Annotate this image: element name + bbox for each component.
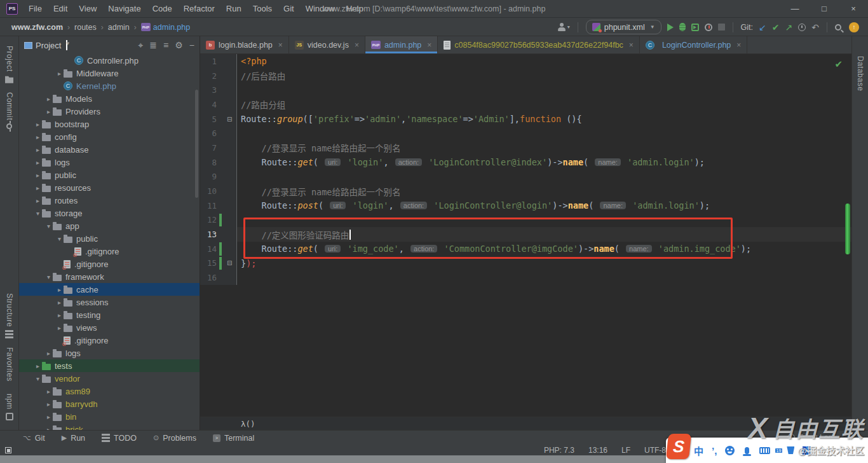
breadcrumb-item[interactable]: admin bbox=[108, 23, 130, 32]
expand-all-icon[interactable]: ≣ bbox=[149, 40, 157, 50]
editor-tab-c0854f8ac99027b56d5933eab437d26e22f94fbc[interactable]: c0854f8ac99027b56d5933eab437d26e22f94fbc… bbox=[438, 36, 640, 53]
hide-panel-icon[interactable]: − bbox=[189, 40, 194, 50]
code-line-text[interactable]: //定义图形验证码路由 bbox=[237, 227, 851, 242]
tree-row-vendor[interactable]: ▾vendor bbox=[19, 372, 200, 385]
chevron-down-icon[interactable]: ▾ bbox=[55, 235, 64, 242]
close-icon[interactable]: × bbox=[355, 41, 359, 50]
line-number[interactable]: 16 bbox=[200, 273, 217, 282]
tree-row-bootstrap[interactable]: ▸bootstrap bbox=[19, 118, 200, 130]
run-configuration-select[interactable]: phpunit.xml ▼ bbox=[586, 20, 661, 34]
tool-window-switcher-icon[interactable] bbox=[5, 447, 11, 453]
tree-row-sessions[interactable]: ▸sessions bbox=[19, 296, 200, 308]
line-number[interactable]: 13 bbox=[200, 230, 217, 239]
profiler-button[interactable] bbox=[705, 24, 712, 31]
code-line-text[interactable] bbox=[237, 270, 851, 285]
run-button[interactable] bbox=[667, 24, 674, 31]
close-icon[interactable]: × bbox=[278, 41, 283, 50]
gutter-line[interactable]: 13 bbox=[200, 227, 237, 242]
editor-breadcrumb[interactable]: λ() bbox=[241, 419, 255, 429]
editor-tab-login.blade.php[interactable]: blogin.blade.php× bbox=[200, 36, 289, 53]
menu-item-navigate[interactable]: Navigate bbox=[102, 1, 146, 16]
ime-punctuation-toggle[interactable]: ’, bbox=[712, 445, 717, 456]
chevron-right-icon[interactable]: ▸ bbox=[34, 184, 42, 191]
tree-row-public[interactable]: ▾public bbox=[19, 232, 200, 245]
gutter-line[interactable]: 6 bbox=[200, 126, 237, 141]
code-line-text[interactable]: Route::get( uri: 'img_code', action: 'Co… bbox=[237, 242, 851, 256]
line-number[interactable]: 5 bbox=[200, 114, 217, 124]
tree-row-bin[interactable]: ▸bin bbox=[19, 410, 200, 423]
code-line-text[interactable]: <?php bbox=[237, 54, 851, 69]
gutter-line[interactable]: 7 bbox=[200, 141, 237, 155]
close-icon[interactable]: × bbox=[629, 41, 634, 50]
line-number[interactable]: 12 bbox=[200, 215, 217, 225]
tree-row-cache[interactable]: ▸cache bbox=[19, 283, 200, 296]
minimize-button[interactable]: — bbox=[780, 0, 810, 18]
chevron-down-icon[interactable]: ▾ bbox=[44, 223, 53, 230]
code-line-text[interactable]: }); bbox=[237, 256, 851, 271]
code-line-text[interactable]: //登录显示 name给路由起一个别名 bbox=[237, 184, 851, 198]
settings-gear-icon[interactable]: ⚙ bbox=[175, 40, 183, 50]
tool-window-button-problems[interactable]: ⊙Problems bbox=[153, 434, 196, 443]
gutter-line[interactable]: 1 bbox=[200, 54, 237, 69]
chevron-right-icon[interactable]: ▸ bbox=[44, 413, 53, 420]
breadcrumb-file[interactable]: admin.php bbox=[153, 23, 190, 32]
code-line-text[interactable]: Route::group(['prefix'=>'admin','namespa… bbox=[237, 112, 851, 127]
menu-item-refactor[interactable]: Refactor bbox=[178, 1, 220, 16]
gutter-line[interactable]: 3 bbox=[200, 83, 237, 97]
line-ending-widget[interactable]: LF bbox=[621, 446, 630, 455]
tree-row-asm89[interactable]: ▸asm89 bbox=[19, 385, 200, 397]
tree-row-gitignore[interactable]: .gitignore bbox=[19, 245, 200, 258]
tool-window-button-todo[interactable]: TODO bbox=[102, 434, 137, 443]
line-number[interactable]: 1 bbox=[200, 57, 217, 66]
debug-button[interactable] bbox=[679, 23, 686, 31]
gutter-line[interactable]: 10 bbox=[200, 184, 237, 198]
chevron-right-icon[interactable]: ▸ bbox=[44, 108, 53, 115]
tool-stripe-button-npm[interactable]: npm bbox=[5, 389, 14, 425]
code-line-text[interactable]: //后台路由 bbox=[237, 69, 851, 83]
gutter-line[interactable]: 16 bbox=[200, 270, 237, 285]
history-button[interactable] bbox=[798, 24, 806, 31]
close-icon[interactable]: × bbox=[427, 41, 431, 50]
gutter-line[interactable]: 2 bbox=[200, 69, 237, 83]
chevron-right-icon[interactable]: ▸ bbox=[34, 197, 42, 204]
close-icon[interactable]: × bbox=[736, 41, 741, 50]
coverage-button[interactable] bbox=[691, 24, 699, 31]
chevron-right-icon[interactable]: ▸ bbox=[55, 324, 64, 331]
emoji-icon[interactable] bbox=[725, 446, 735, 455]
close-button[interactable]: × bbox=[839, 0, 868, 18]
code-editor[interactable]: 1<?php2//后台路由34//路由分组5⊟Route::group(['pr… bbox=[200, 54, 851, 417]
code-line-text[interactable]: //路由分组 bbox=[237, 97, 851, 112]
search-everywhere-button[interactable] bbox=[835, 24, 841, 31]
inspection-ok-icon[interactable]: ✔ bbox=[834, 59, 843, 70]
code-line-text[interactable] bbox=[237, 126, 851, 141]
ime-mode-toggle[interactable]: 中 bbox=[694, 444, 703, 457]
tool-stripe-button-database[interactable]: Database bbox=[856, 40, 865, 95]
sogou-logo-icon[interactable]: S bbox=[666, 434, 691, 459]
chevron-down-icon[interactable]: ▾ bbox=[44, 273, 53, 280]
line-number[interactable]: 14 bbox=[200, 244, 217, 254]
tree-row-storage[interactable]: ▾storage bbox=[19, 207, 200, 219]
line-number[interactable]: 15 bbox=[200, 258, 217, 268]
editor-tab-admin.php[interactable]: PHPadmin.php× bbox=[365, 36, 438, 53]
code-line-text[interactable]: Route::get( uri: 'login', action: 'Login… bbox=[237, 155, 851, 170]
tree-row-Kernel.php[interactable]: CKernel.php bbox=[19, 79, 200, 92]
menu-item-edit[interactable]: Edit bbox=[48, 1, 73, 16]
tool-stripe-button-project[interactable]: Project bbox=[5, 41, 14, 88]
ide-update-badge[interactable]: ↑ bbox=[849, 22, 859, 32]
menu-item-file[interactable]: File bbox=[23, 1, 48, 16]
maximize-button[interactable]: □ bbox=[810, 0, 839, 18]
git-commit-button[interactable]: ✔ bbox=[772, 23, 780, 32]
tool-window-button-run[interactable]: ▶Run bbox=[62, 434, 85, 443]
menu-item-tools[interactable]: Tools bbox=[247, 1, 278, 16]
tool-window-button-terminal[interactable]: >Terminal bbox=[213, 434, 254, 443]
tree-row-barryvdh[interactable]: ▸barryvdh bbox=[19, 397, 200, 410]
locate-icon[interactable]: ⌖ bbox=[138, 40, 143, 51]
code-line-text[interactable]: Route::post( uri: 'login', action: 'Logi… bbox=[237, 198, 851, 213]
line-number[interactable]: 2 bbox=[200, 71, 217, 81]
profile-button[interactable]: ▾ bbox=[557, 23, 570, 32]
tree-row-gitignore[interactable]: .gitignore bbox=[19, 334, 200, 347]
chevron-right-icon[interactable]: ▸ bbox=[44, 95, 53, 102]
chevron-right-icon[interactable]: ▸ bbox=[34, 159, 42, 166]
gutter-line[interactable]: 5⊟ bbox=[200, 112, 237, 127]
tree-row-Providers[interactable]: ▸Providers bbox=[19, 105, 200, 118]
